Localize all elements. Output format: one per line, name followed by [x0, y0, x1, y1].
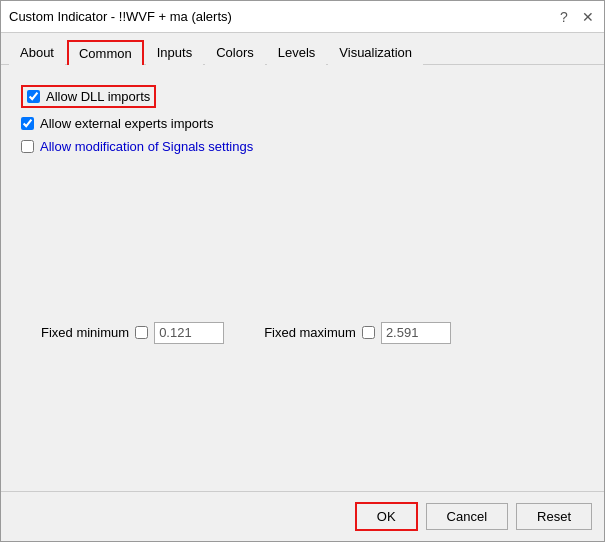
tab-common[interactable]: Common [67, 40, 144, 65]
tab-inputs[interactable]: Inputs [146, 40, 203, 65]
label-dll[interactable]: Allow DLL imports [46, 89, 150, 104]
title-bar: Custom Indicator - !!WVF + ma (alerts) ?… [1, 1, 604, 33]
main-content: Allow DLL imports Allow external experts… [1, 65, 604, 491]
cancel-button[interactable]: Cancel [426, 503, 508, 530]
tab-colors[interactable]: Colors [205, 40, 265, 65]
label-experts[interactable]: Allow external experts imports [40, 116, 213, 131]
close-button[interactable]: ✕ [580, 9, 596, 25]
tab-visualization[interactable]: Visualization [328, 40, 423, 65]
fixed-maximum-label: Fixed maximum [264, 325, 356, 340]
checkbox-experts[interactable] [21, 117, 34, 130]
title-bar-controls: ? ✕ [556, 9, 596, 25]
reset-button[interactable]: Reset [516, 503, 592, 530]
fixed-maximum-checkbox[interactable] [362, 326, 375, 339]
fixed-minimum-input[interactable] [154, 322, 224, 344]
window: Custom Indicator - !!WVF + ma (alerts) ?… [0, 0, 605, 542]
fixed-minimum-label: Fixed minimum [41, 325, 129, 340]
checkbox-row-experts: Allow external experts imports [21, 116, 584, 131]
ok-button[interactable]: OK [355, 502, 418, 531]
checkbox-dll[interactable] [27, 90, 40, 103]
checkbox-signals[interactable] [21, 140, 34, 153]
fixed-minimum-group: Fixed minimum [41, 322, 224, 344]
checkbox-row-dll: Allow DLL imports [21, 85, 156, 108]
label-signals[interactable]: Allow modification of Signals settings [40, 139, 253, 154]
checkbox-row-signals: Allow modification of Signals settings [21, 139, 584, 154]
tab-levels[interactable]: Levels [267, 40, 327, 65]
help-button[interactable]: ? [556, 9, 572, 25]
bottom-bar: OK Cancel Reset [1, 491, 604, 541]
fixed-values-row: Fixed minimum Fixed maximum [21, 322, 584, 344]
fixed-maximum-input[interactable] [381, 322, 451, 344]
fixed-maximum-group: Fixed maximum [264, 322, 451, 344]
window-title: Custom Indicator - !!WVF + ma (alerts) [9, 9, 232, 24]
checkbox-group: Allow DLL imports Allow external experts… [21, 85, 584, 154]
tab-bar: About Common Inputs Colors Levels Visual… [1, 33, 604, 65]
tab-about[interactable]: About [9, 40, 65, 65]
fixed-minimum-checkbox[interactable] [135, 326, 148, 339]
